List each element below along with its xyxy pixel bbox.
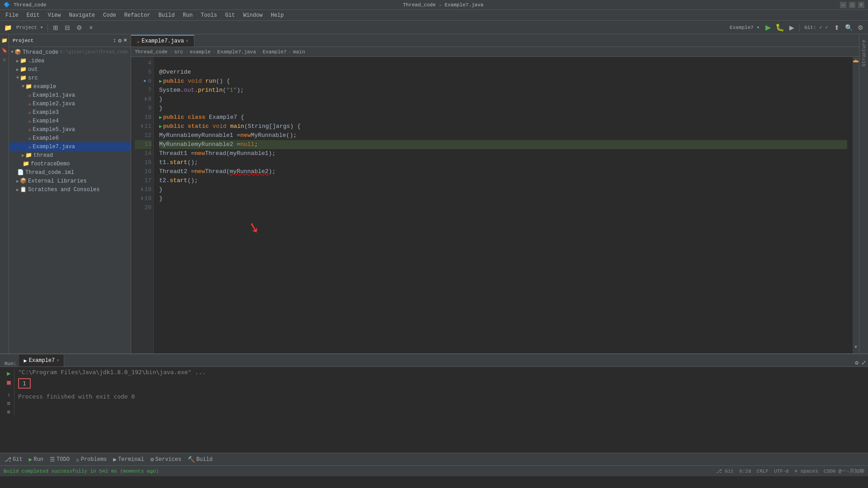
sort-icon[interactable]: ↕ bbox=[113, 37, 117, 44]
line-ending[interactable]: CRLF bbox=[757, 469, 769, 474]
tree-example7[interactable]: ☕ Example7.java bbox=[9, 142, 131, 151]
sidebar-bookmark-icon[interactable]: 🔖 bbox=[0, 46, 9, 54]
tree-example6[interactable]: ☕ Example6 bbox=[9, 134, 131, 142]
code-content[interactable]: @Override ▶ public void run () { System.… bbox=[154, 57, 853, 353]
menu-file[interactable]: File bbox=[2, 11, 22, 19]
bt-problems[interactable]: ⚠ Problems bbox=[74, 455, 108, 464]
breadcrumb-src[interactable]: src bbox=[174, 49, 183, 55]
breadcrumb-example[interactable]: example bbox=[190, 49, 211, 55]
run-coverage-button[interactable]: ▶ bbox=[787, 23, 797, 33]
sep1: › bbox=[170, 49, 173, 55]
console-clear-icon[interactable]: ⊗ bbox=[7, 408, 11, 415]
build-icon: 🔨 bbox=[188, 456, 195, 463]
bt-terminal[interactable]: ▶ Terminal bbox=[111, 455, 146, 464]
tree-thread[interactable]: ▶ 📁 thread bbox=[9, 151, 131, 160]
status-right: ⎇ Git 6:28 CRLF UTF-8 4 spaces CSDN @一-月… bbox=[716, 468, 864, 474]
console-scroll-icon[interactable]: ⇩ bbox=[7, 391, 11, 398]
red-arrow-annotation: ➘ bbox=[248, 223, 259, 235]
close-button[interactable]: × bbox=[858, 2, 864, 8]
minimize-button[interactable]: – bbox=[840, 2, 846, 8]
structure-label[interactable]: Structure bbox=[861, 40, 867, 66]
bt-git-label: Git bbox=[13, 456, 23, 463]
tree-out[interactable]: ▶ 📁 out bbox=[9, 65, 131, 74]
breadcrumb-class[interactable]: Example7 bbox=[263, 49, 287, 55]
console-output-1-wrapper: 1 bbox=[18, 377, 864, 389]
tree-example6-label: Example6 bbox=[33, 135, 59, 141]
bottom-panel: Run: ▶ Example7 × ⚙ ⤢ ▶ ■ ⇩ ≡ ⊗ "C:\Prog… bbox=[0, 353, 868, 453]
hide-panel-button[interactable]: × bbox=[86, 23, 96, 33]
menu-git[interactable]: Git bbox=[222, 11, 239, 19]
right-scrollbar[interactable]: ▲ ▼ bbox=[853, 57, 859, 353]
git-button[interactable]: ⬆ bbox=[832, 23, 842, 33]
menu-window[interactable]: Window bbox=[240, 11, 266, 19]
code-line-8: } bbox=[159, 95, 847, 104]
gear-icon[interactable]: ⚙ bbox=[118, 37, 122, 44]
menu-view[interactable]: View bbox=[44, 11, 65, 19]
window-controls: – □ × bbox=[840, 2, 864, 8]
breadcrumb-bar: Thread_code › src › example › Example7.j… bbox=[131, 47, 859, 57]
services-icon: ⚙ bbox=[151, 456, 154, 463]
menu-help[interactable]: Help bbox=[267, 11, 288, 19]
bt-git[interactable]: ⎇ Git bbox=[3, 455, 24, 464]
tab-close-icon[interactable]: × bbox=[186, 39, 189, 44]
file-encoding[interactable]: UTF-8 bbox=[774, 469, 789, 474]
tree-footrace[interactable]: 📁 footraceDemo bbox=[9, 160, 131, 168]
console-run-icon[interactable]: ▶ bbox=[7, 370, 10, 377]
expand-all-button[interactable]: ⊞ bbox=[51, 23, 61, 33]
menu-build[interactable]: Build bbox=[155, 11, 178, 19]
bt-run[interactable]: ▶ Run bbox=[27, 455, 45, 464]
settings-button[interactable]: ⚙ bbox=[74, 23, 84, 33]
tree-src[interactable]: ▼ 📁 src bbox=[9, 74, 131, 82]
tree-iml[interactable]: 📄 Thread_code.iml bbox=[9, 168, 131, 177]
project-title: Project bbox=[13, 38, 33, 43]
tree-idea[interactable]: ▶ 📁 .idea bbox=[9, 56, 131, 65]
bt-build[interactable]: 🔨 Build bbox=[186, 455, 214, 464]
tab-example7[interactable]: ☕ Example7.java × bbox=[131, 35, 194, 47]
tree-example2[interactable]: ☕ Example2.java bbox=[9, 99, 131, 108]
maximize-button[interactable]: □ bbox=[849, 2, 855, 8]
menu-code[interactable]: Code bbox=[99, 11, 120, 19]
settings2-button[interactable]: ⚙ bbox=[855, 23, 865, 33]
breadcrumb-file[interactable]: Example7.java bbox=[217, 49, 256, 55]
tree-scratches[interactable]: ▶ 📋 Scratches and Consoles bbox=[9, 185, 131, 194]
indent-info[interactable]: 4 spaces bbox=[794, 469, 818, 474]
debug-button[interactable]: 🐛 bbox=[775, 23, 785, 33]
sidebar-project-icon[interactable]: 📁 bbox=[0, 36, 9, 44]
breadcrumb-thread-code[interactable]: Thread_code bbox=[135, 49, 168, 55]
run-icon-6[interactable]: ▶ bbox=[159, 77, 162, 86]
cursor-position[interactable]: 6:28 bbox=[739, 469, 751, 474]
run-icon-11[interactable]: ▶ bbox=[159, 122, 162, 131]
console-tab-example7[interactable]: ▶ Example7 × bbox=[19, 355, 64, 366]
console-stop-icon[interactable]: ■ bbox=[7, 379, 10, 386]
sidebar-structure-icon[interactable]: ≡ bbox=[0, 56, 9, 64]
console-filter-icon[interactable]: ≡ bbox=[7, 400, 11, 407]
tree-example4[interactable]: ☕ Example4 bbox=[9, 117, 131, 125]
run-button[interactable]: ▶ bbox=[763, 23, 773, 33]
breadcrumb-method[interactable]: main bbox=[293, 49, 305, 55]
run-icon-10[interactable]: ▶ bbox=[159, 113, 162, 122]
tree-root[interactable]: ▼ 📦 Thread_code E:\gitee\java\Thread_cod… bbox=[9, 48, 131, 56]
bt-services[interactable]: ⚙ Services bbox=[149, 455, 183, 464]
left-icon-strip: 📁 🔖 ≡ bbox=[0, 34, 9, 353]
tree-ext-libs[interactable]: ▶ 📦 External Libraries bbox=[9, 177, 131, 185]
tree-example5[interactable]: ☕ Example5.java bbox=[9, 125, 131, 134]
tree-scratches-label: Scratches and Consoles bbox=[28, 187, 99, 193]
hide-icon[interactable]: × bbox=[123, 37, 127, 44]
project-button[interactable]: 📁 bbox=[3, 23, 13, 33]
search-button[interactable]: 🔍 bbox=[844, 23, 854, 33]
menu-run[interactable]: Run bbox=[179, 11, 196, 19]
menu-refactor[interactable]: Refactor bbox=[121, 11, 154, 19]
collapse-all-button[interactable]: ⊟ bbox=[62, 23, 72, 33]
menu-tools[interactable]: Tools bbox=[197, 11, 221, 19]
tree-example[interactable]: ▼ 📁 example bbox=[9, 82, 131, 91]
console-tab-close[interactable]: × bbox=[57, 358, 59, 363]
menu-edit[interactable]: Edit bbox=[23, 11, 43, 19]
tree-example3[interactable]: ☕ Example3 bbox=[9, 108, 131, 117]
menu-navigate[interactable]: Navigate bbox=[65, 11, 99, 19]
git-branch-status[interactable]: ⎇ Git bbox=[716, 468, 734, 474]
console-expand-icon[interactable]: ⤢ bbox=[861, 359, 866, 366]
tree-example1[interactable]: ☕ Example1.java bbox=[9, 91, 131, 99]
console-settings-icon[interactable]: ⚙ bbox=[855, 359, 859, 366]
bt-todo[interactable]: ☰ TODO bbox=[48, 455, 71, 464]
code-line-11: ▶ public static void main ( String [] ar… bbox=[159, 122, 847, 131]
